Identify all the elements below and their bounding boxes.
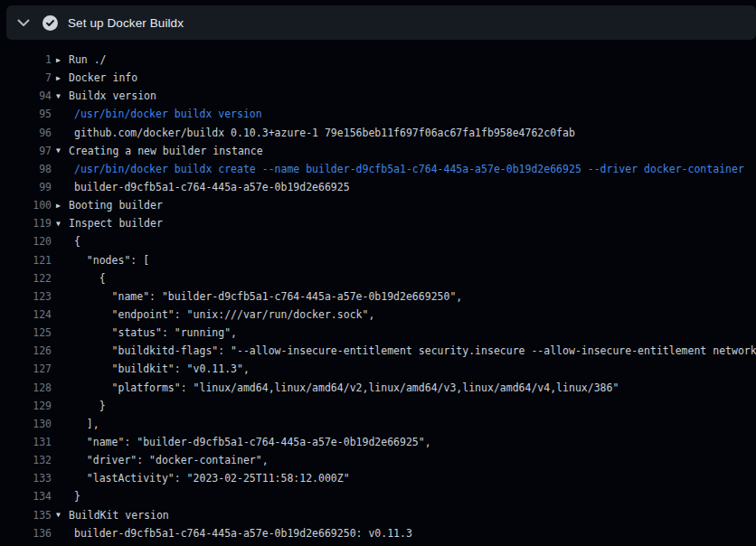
group-title[interactable]: BuildKit version <box>69 509 169 522</box>
log-line: 128 "platforms": "linux/amd64,linux/amd6… <box>0 379 756 397</box>
step-header[interactable]: Set up Docker Buildx <box>6 5 756 40</box>
log-line: 120{ <box>0 232 756 250</box>
output-text: "platforms": "linux/amd64,linux/amd64/v2… <box>74 381 619 394</box>
line-number[interactable]: 98 <box>0 163 52 175</box>
log-line: 123 "name": "builder-d9cfb5a1-c764-445a-… <box>0 287 756 306</box>
line-number[interactable]: 95 <box>0 108 52 120</box>
output-text: "name": "builder-d9cfb5a1-c764-445a-a57e… <box>74 436 431 448</box>
group-row[interactable]: ▼BuildKit version <box>56 509 169 522</box>
log-line: 121 "nodes": [ <box>0 251 756 269</box>
output-text: "lastActivity": "2023-02-25T11:58:12.000… <box>74 472 350 485</box>
line-number[interactable]: 121 <box>0 254 52 267</box>
line-number[interactable]: 94 <box>0 89 52 102</box>
log-line: 129 } <box>0 397 756 415</box>
output-text: "nodes": [ <box>74 254 149 267</box>
command-text: /usr/bin/docker buildx version <box>74 108 262 120</box>
output-text: { <box>74 272 106 285</box>
line-number[interactable]: 127 <box>0 362 52 375</box>
group-title[interactable]: Run ./ <box>69 53 107 66</box>
output-text: "name": "builder-d9cfb5a1-c764-445a-a57e… <box>74 290 462 303</box>
log-line: 98/usr/bin/docker buildx create --name b… <box>0 160 756 178</box>
log-line: 95/usr/bin/docker buildx version <box>0 105 756 123</box>
group-row[interactable]: ▶Docker info <box>56 71 137 84</box>
group-row[interactable]: ▼Creating a new builder instance <box>56 145 263 157</box>
log-body: 1▶Run ./7▶Docker info94▼Buildx version95… <box>0 40 756 542</box>
line-number[interactable]: 97 <box>0 145 52 157</box>
group-title[interactable]: Docker info <box>69 71 137 84</box>
output-text: } <box>74 400 106 412</box>
output-text: ], <box>74 418 99 430</box>
line-number[interactable]: 135 <box>0 509 52 522</box>
log-line: 132 "driver": "docker-container", <box>0 451 756 469</box>
output-text: "buildkit": "v0.11.3", <box>74 362 250 375</box>
group-title[interactable]: Inspect builder <box>69 217 163 230</box>
log-line: 94▼Buildx version <box>0 87 756 105</box>
line-number[interactable]: 125 <box>0 326 52 339</box>
line-number[interactable]: 100 <box>0 199 52 212</box>
output-text: builder-d9cfb5a1-c764-445a-a57e-0b19d2e6… <box>74 181 350 193</box>
output-text: } <box>74 490 80 503</box>
group-expand-icon[interactable]: ▶ <box>56 56 69 64</box>
output-text: "endpoint": "unix:///var/run/docker.sock… <box>74 308 374 321</box>
log-line: 124 "endpoint": "unix:///var/run/docker.… <box>0 306 756 324</box>
line-number[interactable]: 132 <box>0 454 52 466</box>
line-number[interactable]: 123 <box>0 290 52 303</box>
log-line: 1▶Run ./ <box>0 51 756 69</box>
log-line: 119▼Inspect builder <box>0 214 756 232</box>
output-text: { <box>74 235 80 248</box>
line-number[interactable]: 131 <box>0 436 52 448</box>
line-number[interactable]: 1 <box>0 53 52 66</box>
log-line: 99builder-d9cfb5a1-c764-445a-a57e-0b19d2… <box>0 178 756 196</box>
group-collapse-icon[interactable]: ▼ <box>56 511 69 519</box>
line-number[interactable]: 124 <box>0 308 52 321</box>
group-title[interactable]: Booting builder <box>69 199 163 212</box>
log-line: 126 "buildkitd-flags": "--allow-insecure… <box>0 342 756 360</box>
group-row[interactable]: ▼Buildx version <box>56 89 156 102</box>
log-line: 122 { <box>0 269 756 287</box>
line-number[interactable]: 136 <box>0 527 52 540</box>
log-line: 127 "buildkit": "v0.11.3", <box>0 360 756 378</box>
log-line: 100▶Booting builder <box>0 196 756 214</box>
log-line: 134} <box>0 487 756 505</box>
group-row[interactable]: ▼Inspect builder <box>56 217 163 230</box>
output-text: "status": "running", <box>74 326 237 339</box>
line-number[interactable]: 119 <box>0 217 52 230</box>
group-row[interactable]: ▶Booting builder <box>56 199 163 212</box>
output-text: builder-d9cfb5a1-c764-445a-a57e-0b19d2e6… <box>74 527 412 540</box>
log-line: 125 "status": "running", <box>0 324 756 342</box>
group-collapse-icon[interactable]: ▼ <box>56 146 69 155</box>
step-title: Set up Docker Buildx <box>68 16 184 30</box>
group-title[interactable]: Creating a new builder instance <box>69 145 263 157</box>
log-line: 136builder-d9cfb5a1-c764-445a-a57e-0b19d… <box>0 524 756 542</box>
group-expand-icon[interactable]: ▶ <box>56 202 69 210</box>
line-number[interactable]: 99 <box>0 181 52 193</box>
check-circle-icon <box>43 15 58 31</box>
group-expand-icon[interactable]: ▶ <box>56 74 69 82</box>
log-line: 97▼Creating a new builder instance <box>0 142 756 160</box>
group-collapse-icon[interactable]: ▼ <box>56 220 69 228</box>
output-text: "driver": "docker-container", <box>74 454 269 466</box>
group-collapse-icon[interactable]: ▼ <box>56 92 69 100</box>
line-number[interactable]: 126 <box>0 344 52 357</box>
output-text: "buildkitd-flags": "--allow-insecure-ent… <box>74 344 756 357</box>
line-number[interactable]: 129 <box>0 400 52 412</box>
line-number[interactable]: 122 <box>0 272 52 285</box>
line-number[interactable]: 120 <box>0 235 52 248</box>
log-line: 96github.com/docker/buildx 0.10.3+azure-… <box>0 124 756 142</box>
output-text: github.com/docker/buildx 0.10.3+azure-1 … <box>74 127 575 139</box>
log-line: 133 "lastActivity": "2023-02-25T11:58:12… <box>0 469 756 487</box>
group-title[interactable]: Buildx version <box>69 89 156 102</box>
line-number[interactable]: 96 <box>0 127 52 139</box>
line-number[interactable]: 7 <box>0 71 52 84</box>
log-lines: 1▶Run ./7▶Docker info94▼Buildx version95… <box>0 51 756 542</box>
log-line: 130 ], <box>0 415 756 433</box>
chevron-down-icon[interactable] <box>17 19 30 27</box>
group-row[interactable]: ▶Run ./ <box>56 53 107 66</box>
line-number[interactable]: 128 <box>0 381 52 394</box>
log-line: 135▼BuildKit version <box>0 506 756 524</box>
command-text: /usr/bin/docker buildx create --name bui… <box>74 163 744 175</box>
line-number[interactable]: 133 <box>0 472 52 485</box>
log-line: 7▶Docker info <box>0 69 756 87</box>
line-number[interactable]: 134 <box>0 490 52 503</box>
line-number[interactable]: 130 <box>0 418 52 430</box>
